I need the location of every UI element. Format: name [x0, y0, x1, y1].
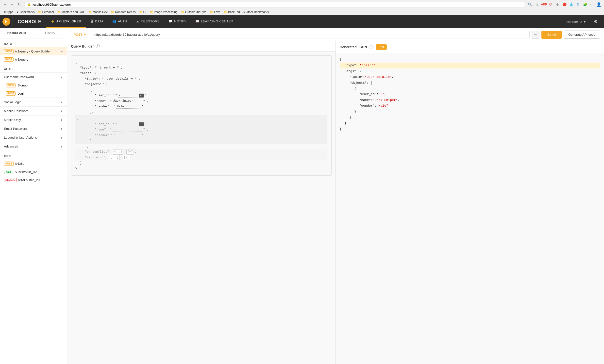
bookmark-apps[interactable]: ⊞ Apps [2, 10, 15, 14]
bookmark-masters-gre[interactable]: 📁 Masters and GRE [56, 10, 86, 14]
method-delete-file: DELETE [4, 178, 17, 182]
username-label: disorder10 [567, 20, 582, 24]
bookmark-bookmarks[interactable]: ★ Bookmarks [15, 10, 36, 14]
on-conflict-add[interactable]: [+] [126, 149, 134, 155]
search-icon[interactable]: 🔍 [527, 2, 533, 7]
more-icon[interactable]: ⋯ [589, 2, 595, 7]
bookmark-random-reads[interactable]: 📁 Random Reads [109, 10, 137, 14]
main-navigation: ⚡ API EXPLORER 🗄 DATA 👥 AUTH ☁ FILESTORE… [46, 15, 561, 28]
qb-obj1-close: }, [75, 110, 327, 115]
sidebar-item-file-delete[interactable]: DELETE /v1/file/<file_id> [0, 176, 67, 184]
address-bar[interactable]: 🔒 [24, 2, 525, 7]
tab-data[interactable]: 🗄 DATA [86, 15, 108, 28]
expandable-username-password[interactable]: Username-Password ▲ [0, 72, 67, 81]
field-picker-button-2[interactable]: ⋯ [139, 122, 144, 126]
send-button[interactable]: Send [541, 31, 562, 39]
query-builder-info-icon[interactable]: i [96, 44, 100, 48]
returning-expand[interactable]: {...} [109, 155, 120, 160]
bookmark-outside-byte[interactable]: 📁 OutsideTheByte [180, 10, 208, 14]
expandable-mobile-password[interactable]: Mobile-Password ▼ [0, 106, 67, 115]
returning-add[interactable]: [+] [123, 155, 130, 160]
url-input[interactable] [33, 3, 522, 6]
adblock-icon[interactable]: ABP [541, 2, 546, 7]
json-output: { "type": "insert" , "args": { "table": [340, 57, 600, 132]
json-name: "name": "Jack Sniper" , [340, 97, 600, 103]
generated-json-info-icon[interactable]: i [369, 45, 373, 49]
qb-name-input-2[interactable] [113, 128, 142, 132]
tab-auth[interactable]: 👥 AUTH [108, 15, 132, 28]
generate-api-code-button[interactable]: Generate API code [564, 31, 600, 39]
forward-button[interactable]: → [9, 1, 15, 7]
method-badge-post-2: POST [4, 57, 14, 62]
sidebar-item-file-post[interactable]: POST /v1/file [0, 160, 67, 168]
eyedropper-icon[interactable]: 💧 [569, 2, 574, 7]
vpn-icon[interactable]: ⊕ [555, 2, 560, 7]
sidebar-item-file-get[interactable]: GET /v1/file/<file_id> [0, 168, 67, 176]
qb-args-close: } [75, 160, 327, 166]
sidebar-item-query-builder[interactable]: POST /v1/query - Query Builder ▶ [0, 47, 67, 55]
request-url-input[interactable] [91, 31, 530, 38]
qb-table-select[interactable]: user_details orders products [105, 77, 134, 81]
settings-button[interactable]: ⚙ [591, 17, 600, 26]
user-menu[interactable]: disorder10 ▼ [565, 19, 588, 25]
method-selector[interactable]: POST ▼ [71, 31, 89, 38]
qb-obj2-close: } [75, 138, 327, 144]
extension-icon-1[interactable]: 🔴 [562, 2, 567, 7]
app-logo[interactable]: H [0, 15, 13, 28]
on-conflict-expand[interactable]: {...} [113, 149, 123, 155]
qb-name-line-2: "name" : " " , [75, 127, 327, 133]
expandable-mobile-only[interactable]: Mobile Only ▼ [0, 115, 67, 124]
expandable-advanced[interactable]: Advanced ▼ [0, 142, 67, 151]
bookmark-personal[interactable]: 📁 Personal [36, 10, 55, 14]
apps-grid-icon: ⊞ [3, 11, 6, 14]
tab-filestore[interactable]: ☁ FILESTORE [132, 15, 164, 28]
url-action-button[interactable]: ⋯ [532, 31, 539, 39]
refresh-button[interactable]: ↻ [16, 1, 22, 7]
bookmark-other[interactable]: » Other Bookmarks [242, 10, 270, 14]
bookmark-star-icon[interactable]: ☆ [534, 2, 539, 7]
field-picker-button-1[interactable]: ⋯ [139, 94, 144, 98]
browser-nav-buttons: ← → ↻ [2, 1, 22, 7]
logo-circle: H [2, 18, 10, 26]
cloud-icon: ☁ [136, 19, 139, 23]
expandable-email-password[interactable]: Email-Password ▼ [0, 124, 67, 133]
bookmark-ui[interactable]: 📁 UI [138, 10, 148, 14]
back-button[interactable]: ← [2, 1, 8, 7]
expandable-logged-in-user-actions[interactable]: Logged in User Actions ▼ [0, 133, 67, 142]
qb-type-select[interactable]: insert select update delete [98, 66, 116, 70]
bookmark-mobile-dev[interactable]: 📁 Mobile Dev [87, 10, 109, 14]
generated-json-header: Generated JSON i Edit [336, 41, 604, 53]
sidebar-item-login[interactable]: POST Login [0, 89, 67, 98]
qb-open-brace: { [75, 60, 327, 65]
edit-button[interactable]: Edit [376, 44, 387, 50]
folder-icon-personal: 📁 [38, 11, 41, 14]
tab-notify[interactable]: 💬 NOTIFY [164, 15, 191, 28]
qb-user-id-input-2[interactable] [118, 122, 138, 126]
qb-returning-line: "returning" : {...} [+] [75, 155, 327, 161]
bookmark-backend[interactable]: 📁 BackEnd [222, 10, 241, 14]
extension-puzzle-icon[interactable]: 🧩 [582, 2, 588, 7]
tab-learning-center[interactable]: 📖 LEARNING CENTER [191, 15, 238, 28]
qb-gender-input[interactable] [116, 105, 141, 109]
sidebar-item-signup[interactable]: POST Signup [0, 81, 67, 89]
folder-icon-mobile: 📁 [88, 11, 92, 14]
shield-icon[interactable]: 🛡 [548, 2, 553, 7]
devtools-icon[interactable]: ⚙ [575, 2, 581, 7]
sidebar-item-v1-query[interactable]: POST /v1/query [0, 55, 67, 64]
book-icon: 📖 [195, 19, 200, 23]
dropdown-chevron-icon: ▼ [583, 20, 586, 24]
qb-name-input[interactable] [113, 99, 142, 103]
folder-icon-ui: 📁 [139, 11, 143, 14]
sidebar-tab-history[interactable]: History [34, 28, 67, 38]
qb-args-line: "args" : { [75, 71, 327, 76]
tab-api-explorer[interactable]: ⚡ API EXPLORER [46, 15, 86, 28]
bookmark-image-processing[interactable]: 📁 Image Processing [148, 10, 179, 14]
qb-user-id-input[interactable] [118, 94, 138, 98]
qb-gender-input-2[interactable] [116, 133, 141, 137]
user-profile-icon[interactable]: 👤 [596, 2, 602, 7]
bookmark-levo[interactable]: 📁 Levo [208, 10, 222, 14]
folder-icon-img: 📁 [150, 11, 153, 14]
qb-name-line: "name" : " " , [75, 99, 327, 104]
expandable-social-login[interactable]: Social Login ▼ [0, 98, 67, 106]
sidebar-tab-hasura-apis[interactable]: Hasura APIs [0, 28, 34, 38]
